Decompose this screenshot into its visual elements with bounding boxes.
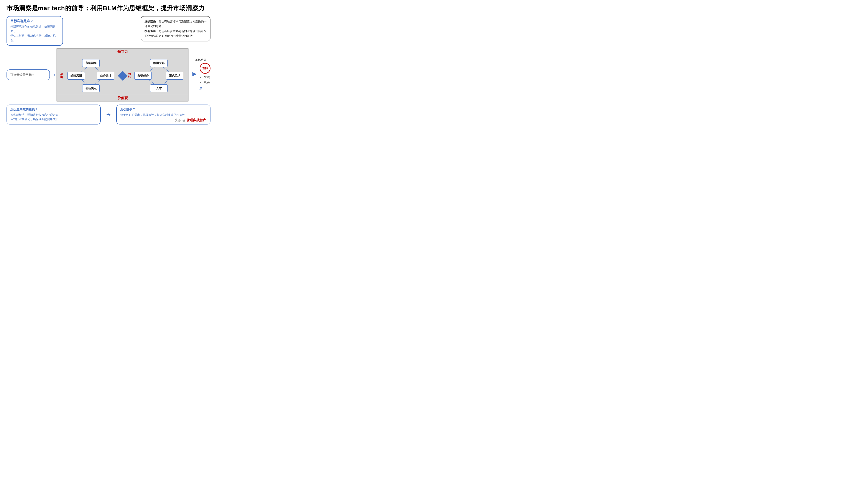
- annotation-term1: 业绩差距: [145, 20, 156, 23]
- bottom-right-callout-title: 怎么赚钱？: [120, 107, 207, 111]
- page-container: 市场洞察是mar tech的前导；利用BLM作为思维框架，提升市场洞察力 目标客…: [6, 4, 211, 125]
- market-result-area: 市场结果 ► 差距 业绩 机会 ➔: [191, 58, 211, 92]
- result-list-item: 机会: [200, 79, 210, 85]
- top-left-callout-body: 外部环境变化的信息渠道，敏锐洞察力，评估其影响，形成优劣势、威胁、机会。: [10, 25, 59, 42]
- top-row: 目标客群是谁？ 外部环境变化的信息渠道，敏锐洞察力，评估其影响，形成优劣势、威胁…: [6, 16, 211, 45]
- middle-row: 可衡量经营目标？ ➔ 领导力 战 略: [6, 48, 211, 101]
- annotation-term2: 机会差距: [145, 30, 156, 33]
- bottom-right-callout-body: 始于客户的需求，挑战假设，探索各种多赢的可能性: [120, 113, 207, 117]
- main-layout: 目标客群是谁？ 外部环境变化的信息渠道，敏锐洞察力，评估其影响，形成优劣势、威胁…: [6, 16, 211, 124]
- bottom-left-callout: 怎么更高效的赚钱？ 探索新想法，谨慎进行投资和处理资源，应对行业的变化，确保业务…: [6, 104, 101, 125]
- execution-node-top: 氛围文化: [150, 59, 167, 67]
- watermark-prefix: 头条 @: [175, 118, 186, 122]
- blm-diamond-connector: [117, 58, 128, 93]
- page-title: 市场洞察是mar tech的前导；利用BLM作为思维框架，提升市场洞察力: [6, 4, 211, 12]
- strategy-node-top: 市场洞察: [82, 59, 100, 67]
- bottom-left-callout-title: 怎么更高效的赚钱？: [10, 107, 97, 111]
- blm-top-label: 领导力: [56, 48, 189, 55]
- watermark: 头条 @ 管理实战智库: [175, 118, 206, 122]
- up-right-arrow: ➔: [197, 86, 204, 92]
- top-left-callout: 目标客群是谁？ 外部环境变化的信息渠道，敏锐洞察力，评估其影响，形成优劣势、威胁…: [6, 16, 63, 45]
- annotation-box: 业绩差距：是现有经营结果与期望值之间差距的一种量化的陈述； 机会差距：是现有经营…: [141, 16, 211, 41]
- blm-bottom-label: 价值观: [56, 95, 189, 101]
- strategy-half: 战 略: [60, 58, 117, 93]
- strategy-label: 战 略: [60, 72, 63, 79]
- execution-diamond-container: 氛围文化 关键任务 正式组织 人才: [134, 58, 184, 93]
- execution-node-right: 正式组织: [166, 72, 183, 79]
- blm-body: 战 略: [56, 55, 189, 95]
- result-list-item: 业绩: [200, 75, 210, 79]
- bottom-left-callout-body: 探索新想法，谨慎进行投资和处理资源，应对行业的变化，确保业务的健康成长: [10, 113, 97, 122]
- execution-half: 执 行 氛围文化: [128, 58, 185, 93]
- market-result-label: 市场结果: [195, 58, 206, 62]
- bottom-arrow: ➔: [106, 111, 111, 118]
- strategy-node-left: 战略意图: [67, 72, 85, 79]
- blm-diagram: 领导力 战 略: [56, 48, 189, 101]
- blm-right-arrow: ►: [191, 70, 198, 77]
- result-list: 业绩 机会: [200, 75, 210, 85]
- execution-label: 执 行: [128, 72, 131, 79]
- top-left-callout-title: 目标客群是谁？: [10, 19, 59, 23]
- strategy-node-bottom: 创新焦点: [82, 85, 100, 92]
- mid-left-callout: 可衡量经营目标？: [6, 69, 50, 80]
- strategy-node-right: 业务设计: [97, 72, 114, 79]
- execution-node-bottom: 人才: [150, 85, 167, 92]
- watermark-suffix: 管理实战智库: [187, 118, 206, 122]
- diff-circle: 差距: [199, 63, 211, 74]
- strategy-diamond-container: 市场洞察 战略意图 业务设计 创新: [67, 58, 115, 93]
- execution-node-left: 关键任务: [134, 72, 152, 79]
- blue-diamond-shape: [118, 71, 127, 80]
- mid-left-callout-body: 可衡量经营目标？: [10, 73, 35, 76]
- left-arrow-to-blm: ➔: [52, 72, 55, 77]
